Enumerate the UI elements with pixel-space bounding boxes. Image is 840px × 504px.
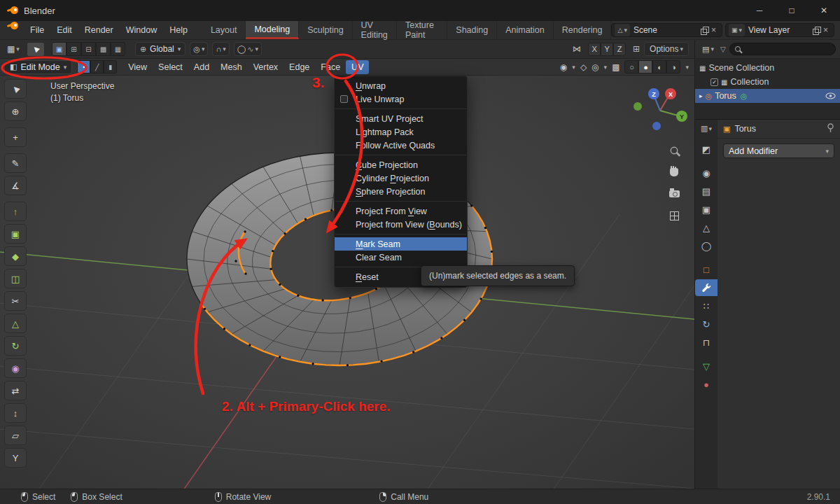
- unlink-scene-icon[interactable]: ×: [708, 25, 719, 35]
- view-layer-selector[interactable]: ▣ ▾ View Layer ×: [725, 23, 834, 37]
- tool-annotate-tool[interactable]: ✎: [4, 153, 27, 173]
- mirror-axis-x[interactable]: X: [588, 43, 601, 56]
- workspace-tab-sculpting[interactable]: Sculpting: [299, 21, 352, 39]
- menu-file[interactable]: File: [24, 25, 50, 35]
- minimize-button[interactable]: ─: [743, 0, 776, 21]
- close-button[interactable]: ✕: [808, 0, 840, 21]
- workspace-tab-shading[interactable]: Shading: [447, 21, 497, 39]
- outliner-search-input[interactable]: [729, 43, 836, 55]
- properties-tab-modifiers[interactable]: [695, 279, 718, 296]
- properties-tab-view-layer[interactable]: ▣: [696, 201, 716, 218]
- properties-tab-physics[interactable]: ↻: [696, 316, 716, 332]
- properties-tab-scene[interactable]: △: [696, 219, 716, 236]
- remove-view-layer-icon[interactable]: ×: [820, 25, 831, 35]
- mirror-axis-y[interactable]: Y: [601, 43, 613, 56]
- transform-orientation-dropdown[interactable]: ⊕ Global ▾: [135, 42, 186, 56]
- menu-render[interactable]: Render: [78, 25, 120, 35]
- tool-rip-region-tool[interactable]: Y: [4, 448, 27, 468]
- workspace-tab-animation[interactable]: Animation: [497, 21, 554, 39]
- select-op-invert[interactable]: ▩: [96, 42, 111, 56]
- properties-tab-render[interactable]: ◉: [696, 164, 716, 181]
- properties-tab-constraints[interactable]: ⊓: [696, 334, 716, 351]
- material-shading-button[interactable]: ◐: [652, 60, 666, 74]
- scene-selector[interactable]: △ ▾ Scene ×: [611, 23, 722, 37]
- menu-help[interactable]: Help: [163, 25, 194, 35]
- tool-knife-tool[interactable]: ✂: [4, 291, 27, 311]
- workspace-tab-uv-editing[interactable]: UV Editing: [353, 21, 397, 39]
- tool-edge-slide-tool[interactable]: ⇄: [4, 381, 27, 400]
- viewport-menu-vertex[interactable]: Vertex: [248, 60, 284, 74]
- expander-icon[interactable]: ▸: [699, 92, 703, 99]
- new-scene-icon[interactable]: [701, 27, 708, 34]
- tool-measure-tool[interactable]: ∡: [4, 176, 27, 195]
- tool-shear-tool[interactable]: ▱: [4, 426, 27, 445]
- visibility-dropdown-icon[interactable]: ◉: [560, 62, 567, 72]
- uv-menu-item-clear-seam[interactable]: Clear Seam: [335, 251, 467, 264]
- uv-menu-item-sphere-projection[interactable]: Sphere Projection: [335, 185, 467, 198]
- add-modifier-dropdown[interactable]: Add Modifier ▾: [723, 144, 834, 158]
- solid-shading-button[interactable]: ●: [638, 60, 652, 74]
- overlays-toggle-icon[interactable]: ◎: [592, 62, 598, 72]
- uv-menu-item-follow-active-quads[interactable]: Follow Active Quads: [335, 139, 467, 152]
- properties-tab-material[interactable]: ●: [696, 376, 716, 393]
- pin-icon[interactable]: [827, 123, 834, 132]
- uv-menu-item-mark-seam[interactable]: Mark Seam: [335, 237, 467, 251]
- uv-menu-item-live-unwrap[interactable]: Live Unwrap: [335, 92, 467, 106]
- rendered-shading-button[interactable]: ◑: [666, 60, 680, 74]
- select-op-intersect[interactable]: ▦: [111, 42, 125, 56]
- outliner-editor-type-button[interactable]: ▤ ▾: [699, 43, 717, 55]
- viewport-menu-mesh[interactable]: Mesh: [215, 60, 248, 74]
- properties-tab-tool[interactable]: ◩: [696, 141, 716, 158]
- workspace-tab-layout[interactable]: Layout: [202, 21, 246, 39]
- uv-menu-item-cube-projection[interactable]: Cube Projection: [335, 158, 467, 172]
- tool-extrude-region-tool[interactable]: ↑: [4, 202, 27, 221]
- workspace-tab-modeling[interactable]: Modeling: [246, 21, 299, 39]
- vertex-select-button[interactable]: •: [77, 60, 90, 74]
- tool-select-box-tool[interactable]: ▶: [4, 79, 27, 99]
- tool-smooth-tool[interactable]: ◉: [4, 358, 27, 378]
- tool-bevel-tool[interactable]: ◆: [4, 246, 27, 266]
- viewport-menu-select[interactable]: Select: [153, 60, 188, 74]
- uv-menu-item-project-from-view[interactable]: Project From View: [335, 204, 467, 218]
- select-op-extend[interactable]: ⊞: [66, 42, 81, 56]
- properties-tab-particles[interactable]: ∷: [696, 298, 716, 314]
- maximize-button[interactable]: □: [776, 0, 808, 21]
- outliner-row-scene-collection[interactable]: ▦ Scene Collection: [695, 61, 840, 75]
- scene-browse-button[interactable]: △ ▾: [615, 24, 629, 36]
- tool-poly-build-tool[interactable]: △: [4, 314, 27, 333]
- mode-dropdown[interactable]: ◧ Edit Mode ▾: [4, 60, 72, 74]
- properties-tab-object[interactable]: □: [696, 261, 716, 278]
- tool-shrink-fatten-tool[interactable]: ↕: [4, 403, 27, 423]
- properties-tab-output[interactable]: ▤: [696, 183, 716, 200]
- viewport-menu-uv[interactable]: UV: [346, 60, 369, 74]
- blender-menu-icon[interactable]: [7, 22, 18, 30]
- properties-tab-object-data[interactable]: ▽: [696, 358, 716, 374]
- face-select-button[interactable]: ▮: [104, 60, 117, 74]
- outliner-row-torus[interactable]: ▸ ◎ Torus ◎: [695, 89, 840, 103]
- outliner-row-collection[interactable]: ✓ ▦ Collection: [695, 75, 840, 89]
- editor-type-button[interactable]: ▦ ▾: [4, 43, 22, 55]
- tool-move-tool[interactable]: +: [4, 127, 27, 147]
- properties-tab-world[interactable]: ◯: [696, 237, 716, 254]
- eye-visibility-icon[interactable]: [825, 92, 836, 99]
- gizmo-neg-z-axis[interactable]: [652, 122, 661, 130]
- workspace-tab-rendering[interactable]: Rendering: [554, 21, 612, 39]
- new-view-layer-icon[interactable]: [813, 27, 820, 34]
- menu-edit[interactable]: Edit: [50, 25, 78, 35]
- snap-dropdown[interactable]: ∩ ▾: [212, 42, 229, 56]
- menu-window[interactable]: Window: [120, 25, 163, 35]
- tool-spin-tool[interactable]: ↻: [4, 336, 27, 356]
- pivot-point-dropdown[interactable]: ◎ ▾: [190, 42, 208, 56]
- tool-loop-cut-tool[interactable]: ◫: [4, 269, 27, 288]
- select-op-set[interactable]: ▣: [52, 42, 66, 56]
- mirror-axis-z[interactable]: Z: [613, 43, 626, 56]
- edge-select-button[interactable]: ╱: [90, 60, 104, 74]
- camera-view-button[interactable]: [666, 186, 682, 202]
- wireframe-shading-button[interactable]: ○: [624, 60, 638, 74]
- pan-button[interactable]: [666, 164, 682, 180]
- uv-menu-item-smart-uv-project[interactable]: Smart UV Project: [335, 112, 467, 125]
- snap-grid-icon[interactable]: ⊞: [633, 44, 640, 54]
- gizmos-toggle-icon[interactable]: ◇: [580, 62, 587, 72]
- viewport-menu-edge[interactable]: Edge: [284, 60, 315, 74]
- select-op-subtract[interactable]: ⊟: [81, 42, 96, 56]
